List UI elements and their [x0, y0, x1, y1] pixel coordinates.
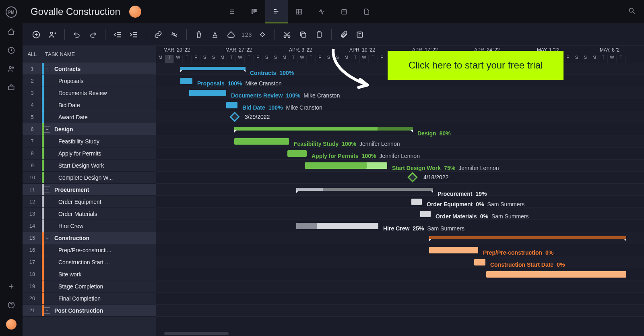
task-row[interactable]: 19Stage Completion	[23, 280, 156, 292]
add-user-icon[interactable]	[47, 29, 58, 40]
link-icon[interactable]	[153, 29, 164, 40]
collapse-toggle-icon[interactable]: −	[44, 66, 50, 72]
task-row[interactable]: 15−Construction	[23, 232, 156, 244]
view-gantt-icon[interactable]	[265, 0, 288, 23]
home-icon[interactable]	[7, 27, 16, 36]
people-icon[interactable]	[7, 64, 16, 73]
task-row[interactable]: 5Award Date	[23, 111, 156, 123]
gantt-row[interactable]: 3/29/2022	[156, 111, 644, 123]
numbering-label[interactable]: 123	[242, 31, 252, 38]
task-row[interactable]: 4Bid Date	[23, 99, 156, 111]
gantt-task-bar[interactable]: Construction Start Date0%	[474, 259, 485, 265]
undo-icon[interactable]	[71, 29, 83, 40]
color-icon[interactable]	[225, 29, 237, 40]
task-row[interactable]: 3Documents Review	[23, 87, 156, 99]
task-row[interactable]: 12Order Equipment	[23, 196, 156, 208]
view-board-icon[interactable]	[243, 0, 265, 23]
gantt-chart[interactable]: MAR, 20 '22MAR, 27 '22APR, 3 '22APR, 10 …	[156, 46, 644, 336]
gantt-row[interactable]: Order Equipment0%Sam Summers	[156, 196, 644, 208]
view-activity-icon[interactable]	[310, 0, 333, 23]
gantt-task-bar[interactable]: Proposals100%Mike Cranston	[180, 78, 192, 84]
view-calendar-icon[interactable]	[333, 0, 355, 23]
clock-icon[interactable]	[7, 46, 16, 55]
briefcase-icon[interactable]	[7, 83, 16, 92]
view-file-icon[interactable]	[355, 0, 378, 23]
gantt-row[interactable]: Documents Review100%Mike Cranston	[156, 87, 644, 99]
col-header-name[interactable]: TASK NAME	[42, 51, 156, 57]
task-row[interactable]: 13Order Materials	[23, 208, 156, 220]
cut-icon[interactable]	[281, 29, 293, 40]
task-row[interactable]: 1−Contracts	[23, 63, 156, 75]
gantt-row[interactable]: Bid Date100%Mike Cranston	[156, 99, 644, 111]
gantt-group-bar[interactable]: Contracts100%	[180, 67, 246, 70]
task-row[interactable]: 6−Design	[23, 123, 156, 135]
view-list-icon[interactable]	[220, 0, 243, 23]
unlink-icon[interactable]	[169, 29, 180, 40]
gantt-row[interactable]: Start Design Work75%Jennifer Lennon	[156, 160, 644, 172]
gantt-row[interactable]: Hire Crew25%Sam Summers	[156, 220, 644, 232]
help-icon[interactable]	[7, 301, 16, 309]
collapse-toggle-icon[interactable]: −	[44, 307, 50, 314]
gantt-task-bar[interactable]: Apply for Permits100%Jennifer Lennon	[287, 150, 307, 157]
add-task-icon[interactable]	[31, 29, 42, 40]
gantt-group-bar[interactable]: Procurement19%	[296, 188, 433, 191]
collapse-toggle-icon[interactable]: −	[44, 235, 50, 241]
gantt-task-bar[interactable]: Start Design Work75%Jennifer Lennon	[305, 162, 387, 169]
user-avatar-small[interactable]	[6, 319, 17, 330]
gantt-row[interactable]: Construction Start Date0%	[156, 256, 644, 268]
gantt-task-bar[interactable]: Prep/Pre-construction0%	[429, 247, 478, 253]
collapse-toggle-icon[interactable]: −	[44, 126, 50, 133]
gantt-task-bar[interactable]: Hire Crew25%Sam Summers	[296, 223, 378, 229]
plus-icon[interactable]	[7, 282, 16, 291]
task-row[interactable]: 11−Procurement	[23, 184, 156, 196]
delete-icon[interactable]	[193, 29, 204, 40]
gantt-group-bar[interactable]: Design80%	[234, 127, 413, 131]
indent-icon[interactable]	[128, 29, 139, 40]
task-row[interactable]: 17Construction Start ...	[23, 256, 156, 268]
task-row[interactable]: 8Apply for Permits	[23, 147, 156, 160]
user-avatar[interactable]	[129, 6, 141, 18]
search-icon[interactable]	[628, 7, 636, 17]
gantt-row[interactable]: Procurement19%	[156, 184, 644, 196]
gantt-group-bar[interactable]	[429, 236, 626, 239]
collapse-toggle-icon[interactable]: −	[44, 187, 50, 193]
note-icon[interactable]	[354, 29, 365, 40]
horizontal-scrollbar[interactable]	[164, 332, 229, 335]
attach-icon[interactable]	[338, 29, 349, 40]
col-header-all[interactable]: ALL	[23, 51, 42, 57]
outdent-icon[interactable]	[112, 29, 123, 40]
copy-icon[interactable]	[297, 29, 309, 40]
task-row[interactable]: 7Feasibility Study	[23, 135, 156, 147]
view-sheet-icon[interactable]	[288, 0, 310, 23]
gantt-task-bar[interactable]: Order Materials0%Sam Summers	[420, 211, 431, 217]
task-row[interactable]: 10Complete Design W...	[23, 172, 156, 184]
gantt-task-bar[interactable]	[486, 271, 626, 278]
app-logo[interactable]: PM	[6, 6, 17, 18]
redo-icon[interactable]	[87, 29, 99, 40]
paste-icon[interactable]	[314, 29, 325, 40]
task-row[interactable]: 16Prep/Pre-constructi...	[23, 244, 156, 256]
task-row[interactable]: 2Proposals	[23, 75, 156, 87]
task-row[interactable]: 9Start Design Work	[23, 160, 156, 172]
gantt-row[interactable]	[156, 305, 644, 317]
gantt-row[interactable]: Feasibility Study100%Jennifer Lennon	[156, 135, 644, 147]
gantt-row[interactable]	[156, 268, 644, 280]
task-row[interactable]: 21−Post Construction	[23, 305, 156, 317]
gantt-row[interactable]: Order Materials0%Sam Summers	[156, 208, 644, 220]
gantt-task-bar[interactable]: Feasibility Study100%Jennifer Lennon	[234, 138, 289, 145]
gantt-row[interactable]: Prep/Pre-construction0%	[156, 244, 644, 256]
gantt-row[interactable]: 4/18/2022	[156, 172, 644, 184]
gantt-row[interactable]	[156, 280, 644, 292]
text-style-icon[interactable]	[209, 29, 221, 40]
gantt-task-bar[interactable]: Order Equipment0%Sam Summers	[411, 199, 422, 205]
gantt-task-bar[interactable]: Documents Review100%Mike Cranston	[189, 90, 226, 96]
gantt-task-bar[interactable]: Bid Date100%Mike Cranston	[226, 102, 237, 108]
task-row[interactable]: 18Site work	[23, 268, 156, 280]
gantt-row[interactable]: Design80%	[156, 123, 644, 135]
gantt-row[interactable]	[156, 232, 644, 244]
milestone-icon[interactable]	[257, 29, 268, 40]
gantt-row[interactable]	[156, 292, 644, 305]
gantt-row[interactable]: Apply for Permits100%Jennifer Lennon	[156, 147, 644, 160]
cta-free-trial-button[interactable]: Click here to start your free trial	[388, 51, 564, 80]
milestone-marker[interactable]	[229, 112, 239, 122]
